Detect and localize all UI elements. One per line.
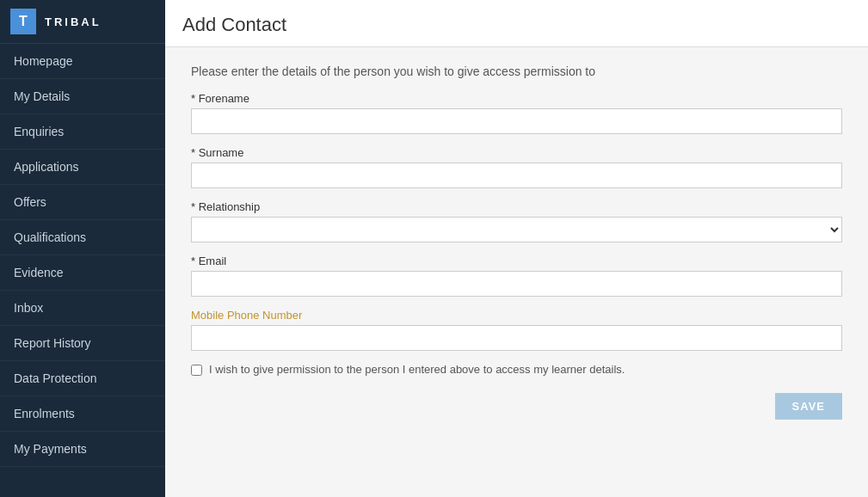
logo-text: TRIBAL	[45, 15, 102, 28]
sidebar-nav: HomepageMy DetailsEnquiriesApplicationsO…	[0, 44, 165, 497]
mobile-group: Mobile Phone Number	[191, 309, 842, 351]
save-button[interactable]: SAVE	[775, 393, 842, 420]
sidebar: T TRIBAL HomepageMy DetailsEnquiriesAppl…	[0, 0, 165, 497]
permission-checkbox-group: I wish to give permission to the person …	[191, 363, 842, 376]
sidebar-item-enrolments[interactable]: Enrolments	[0, 396, 165, 432]
sidebar-item-homepage[interactable]: Homepage	[0, 44, 165, 79]
relationship-select[interactable]: ParentGuardianSiblingOther	[191, 217, 842, 242]
form-footer: SAVE	[191, 393, 842, 420]
email-input[interactable]	[191, 271, 842, 297]
logo-area: T TRIBAL	[0, 0, 165, 44]
sidebar-item-enquiries[interactable]: Enquiries	[0, 114, 165, 150]
forename-label: * Forename	[191, 92, 842, 105]
form-description: Please enter the details of the person y…	[191, 64, 842, 78]
relationship-group: * Relationship ParentGuardianSiblingOthe…	[191, 200, 842, 242]
sidebar-item-offers[interactable]: Offers	[0, 185, 165, 220]
page-title: Add Contact	[182, 14, 851, 36]
permission-checkbox-label: I wish to give permission to the person …	[209, 363, 625, 376]
logo-icon: T	[10, 9, 36, 34]
email-group: * Email	[191, 255, 842, 297]
relationship-label: * Relationship	[191, 200, 842, 213]
sidebar-item-inbox[interactable]: Inbox	[0, 291, 165, 326]
form-container: Please enter the details of the person y…	[165, 47, 868, 497]
main-header: Add Contact	[165, 0, 868, 47]
sidebar-item-my-details[interactable]: My Details	[0, 79, 165, 114]
main-content: Add Contact Please enter the details of …	[165, 0, 868, 497]
surname-group: * Surname	[191, 146, 842, 188]
surname-label: * Surname	[191, 146, 842, 159]
mobile-input[interactable]	[191, 325, 842, 351]
sidebar-item-evidence[interactable]: Evidence	[0, 255, 165, 291]
sidebar-item-applications[interactable]: Applications	[0, 150, 165, 185]
permission-checkbox[interactable]	[191, 365, 202, 376]
sidebar-item-qualifications[interactable]: Qualifications	[0, 220, 165, 255]
forename-input[interactable]	[191, 108, 842, 134]
sidebar-item-report-history[interactable]: Report History	[0, 326, 165, 361]
surname-input[interactable]	[191, 163, 842, 188]
email-label: * Email	[191, 255, 842, 267]
sidebar-item-my-payments[interactable]: My Payments	[0, 432, 165, 467]
sidebar-item-data-protection[interactable]: Data Protection	[0, 361, 165, 396]
main-body: Please enter the details of the person y…	[165, 47, 868, 497]
mobile-label: Mobile Phone Number	[191, 309, 842, 322]
forename-group: * Forename	[191, 92, 842, 134]
